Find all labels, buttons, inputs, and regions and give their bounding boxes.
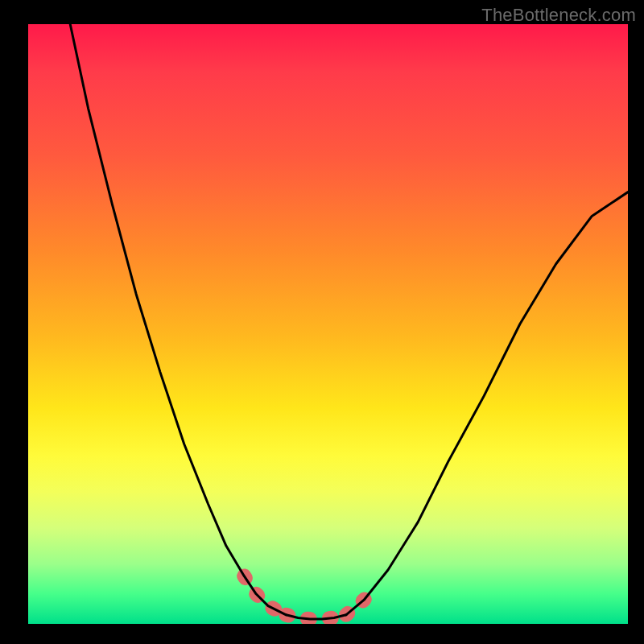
chart-frame: TheBottleneck.com [0,0,644,644]
highlight-segment-left [244,576,286,614]
main-curve-left [70,24,286,615]
curve-layer [28,24,628,624]
plot-area [28,24,628,624]
watermark-text: TheBottleneck.com [481,5,636,26]
main-curve-right [346,192,628,615]
